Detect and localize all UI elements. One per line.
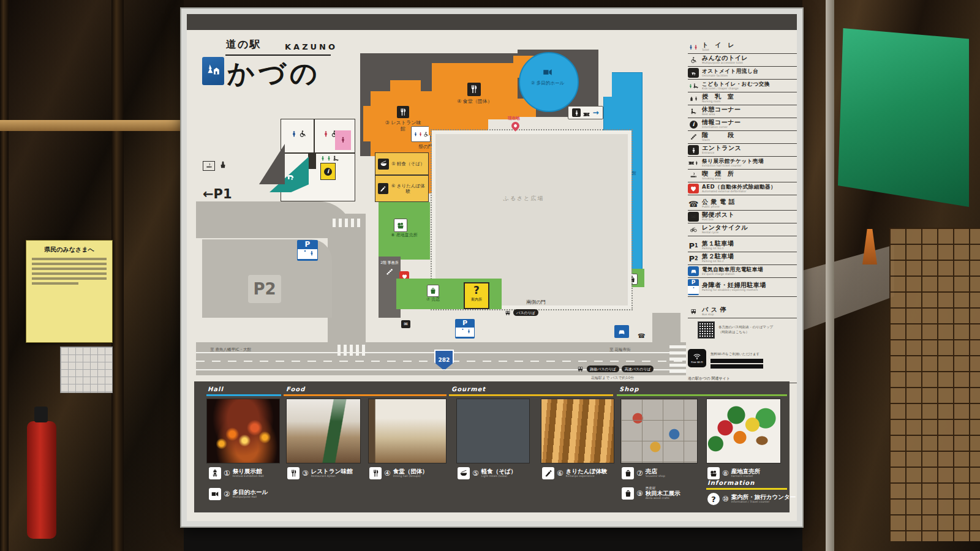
entrance-icon — [688, 145, 699, 155]
question-icon: ? — [707, 493, 720, 505]
p2-lot-label: P2 — [248, 275, 281, 303]
smoking-icon — [203, 161, 215, 171]
ticket-icon — [688, 158, 699, 168]
category-shop: Shop — [619, 386, 639, 392]
category-underline — [206, 394, 281, 396]
onsite-bus-stop: バスのりば — [504, 309, 538, 316]
hall-icon — [535, 67, 560, 78]
wifi-block: Free Wi-Fi 無料Wi-Fiをご利用いただけます — [688, 346, 797, 370]
question-icon: ? — [465, 283, 488, 297]
dining-icon — [467, 83, 481, 96]
kids-icon — [688, 81, 699, 91]
category-underline — [706, 488, 787, 490]
phone-icon: ☎ — [688, 199, 699, 209]
p1-direction-label: ←P1 — [203, 187, 232, 201]
kiritanpo-corner: ⑥ きりたんぽ体験 — [375, 175, 429, 202]
road-bus-stops: 路線バスのりば 高速バスのりば — [576, 365, 654, 372]
shop-bag-icon — [427, 285, 439, 297]
facility-2: ② 多目的ホールMultipurpose Hall — [209, 488, 268, 500]
category-underline — [449, 394, 613, 396]
info-counter-label: 案内所 — [465, 297, 488, 302]
category-gourmet: Gourmet — [451, 386, 486, 392]
office-label: 2階 事務所 — [379, 260, 401, 266]
bus-icon — [688, 307, 699, 317]
entrance-arrow: → — [592, 108, 598, 117]
float-icon — [209, 467, 221, 479]
current-location-pin — [510, 120, 521, 131]
logo-michinoeki: 道の駅 — [226, 37, 261, 51]
storefront-photo: 県民のみなさまへ 道の駅 KAZUNO かづの — [0, 0, 980, 551]
facility-7: ⑦ 売店Souvenir shop — [622, 467, 665, 479]
ev-icon — [688, 266, 699, 276]
legend-item-bus-stop: バ ス 停Bus stop — [688, 305, 797, 318]
legend-item-toilet: ト イ レToilet — [688, 41, 797, 54]
window-frame — [826, 0, 834, 551]
toilet-icon — [688, 42, 699, 52]
p2-icon: P2 — [688, 253, 699, 263]
gate-south-label: 南側の門 — [518, 299, 554, 305]
festival-photo — [206, 399, 280, 463]
basket-icon — [707, 467, 720, 479]
accessible-parking-icon: P — [688, 279, 699, 295]
kids-toilet-icons — [320, 155, 339, 162]
mens-toilet-icons — [291, 129, 306, 138]
legend-item-accessible-parking: P 身障者・妊婦用駐車場Parking for disabled / expec… — [688, 278, 797, 297]
dark-wedge — [259, 144, 285, 184]
schedule-paper — [60, 347, 113, 393]
legend: ト イ レToilet みんなのトイレMultipurpose accessib… — [688, 41, 797, 413]
board-top-band — [187, 14, 797, 30]
fork-icon — [369, 467, 382, 479]
restaurant-building — [390, 80, 421, 94]
toilet-annex — [411, 126, 431, 142]
crosswalk — [333, 219, 362, 227]
dining-label: ④ 食堂（団体） — [449, 99, 500, 105]
info-corner: i — [320, 163, 336, 180]
plaza-label: ふるさと広場 — [496, 195, 551, 202]
market-label: ⑧ 産地直売所 — [379, 233, 430, 238]
station-logo-icon — [202, 57, 224, 85]
restaurant-icon — [397, 106, 409, 118]
access-road-vertical — [328, 214, 366, 342]
wood-lattice — [889, 228, 980, 541]
facility-4: ④ 食堂（団体）Dining hall (Groups) — [369, 467, 428, 479]
monument-icon — [219, 160, 227, 172]
wifi-note: 無料Wi-Fiをご利用いただけます — [710, 352, 760, 356]
notice-poster: 県民のみなさまへ — [26, 240, 113, 343]
knife-icon — [378, 183, 388, 194]
poster-text-line — [32, 258, 107, 260]
facility-photo-strip: Hall Food Gourmet Shop ① 祭り展示館Festival E… — [194, 381, 790, 512]
projector-icon — [209, 488, 221, 500]
legend-item-kids: こどもトイレ・おむつ交換Kids toilet / Diaper change — [688, 80, 797, 92]
ostomate-icon — [688, 68, 699, 78]
fork-icon — [287, 467, 300, 479]
legend-item-nursing: 授 乳 室Nursing room — [688, 92, 797, 105]
shop-label: ⑦ 売店 — [418, 297, 448, 302]
entrance-strip: → — [568, 106, 603, 119]
kiritanpo-label: ⑥ きりたんぽ体験 — [391, 183, 426, 195]
entrance-icon — [572, 108, 581, 117]
bag-icon — [622, 467, 634, 479]
info-icon: i — [688, 119, 699, 129]
snack-label: ⑤ 軽食（そば） — [391, 161, 424, 167]
wall — [308, 152, 316, 169]
facility-9: ⑨ 県産材秋田木工展示Akita wood crafts — [622, 487, 680, 500]
legend-item-rental-cycle: レンタサイクルRental cycle — [688, 223, 797, 236]
bus-note: 花輪駅まで バスで約10分 — [591, 375, 634, 381]
bus-timetable-qr — [698, 321, 715, 339]
legend-item-parking1: P1 第１駐車場Parking lot No.1 — [688, 239, 797, 252]
market-icon — [394, 219, 407, 232]
facility-8: ⑧ 産地直売所Farmers market — [707, 467, 760, 479]
dining-photo — [368, 399, 447, 463]
logo-kazuno-en: KAZUNO — [285, 42, 337, 51]
info-counter-box: ? 案内所 — [464, 282, 489, 309]
snack-corner: ⑤ 軽食（そば） — [375, 152, 429, 175]
bus-qr-block: 各方面のバス時刻表・のりばマップ（時刻表はこちら） — [698, 321, 797, 339]
wood-post — [111, 0, 124, 551]
current-location-label: 現在地 — [508, 116, 520, 121]
facility-1: ① 祭り展示館Festival Exhibition Hall — [209, 467, 264, 479]
wood-rail — [0, 120, 181, 131]
bus-stop-pill: 路線バスのりば — [587, 365, 619, 372]
restaurant-building — [363, 106, 375, 141]
logo-kazuno: かづの — [227, 56, 321, 92]
bag-icon — [622, 487, 634, 500]
